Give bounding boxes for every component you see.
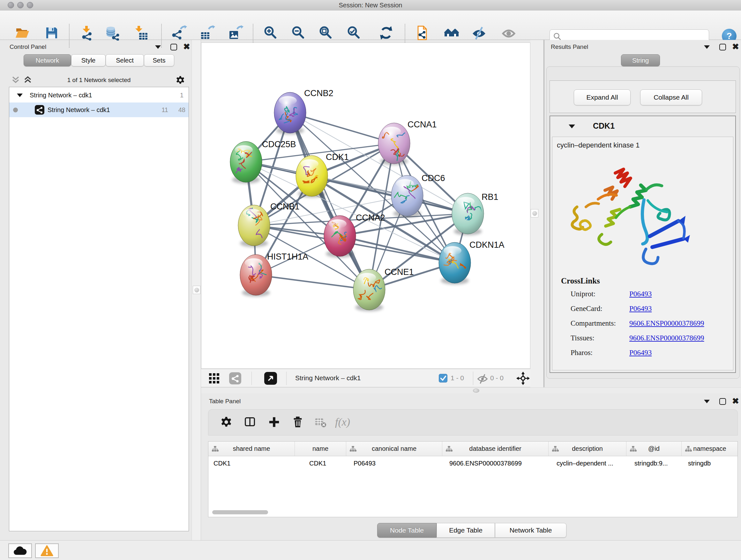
table-cell[interactable]: CDK1	[295, 456, 346, 470]
network-edge[interactable]	[256, 275, 369, 290]
tab-network-table[interactable]: Network Table	[495, 523, 566, 538]
birdseye-view-icon[interactable]	[209, 373, 219, 384]
zoom-selected-icon[interactable]	[346, 25, 361, 41]
network-node-CCNB2[interactable]	[274, 92, 306, 134]
node-label-HIST1H1A: HIST1H1A	[267, 252, 308, 261]
tab-sets[interactable]: Sets	[144, 54, 174, 66]
show-columns-icon[interactable]	[244, 416, 257, 429]
table-panel-float-button[interactable]	[719, 398, 726, 405]
network-panel-gear-icon[interactable]	[176, 75, 185, 85]
delete-table-icon[interactable]	[314, 416, 327, 429]
export-image-icon[interactable]	[228, 25, 244, 41]
collapse-all-button[interactable]: Collapse All	[640, 89, 702, 105]
column-header-name[interactable]: name	[295, 442, 346, 456]
open-file-icon[interactable]	[15, 25, 30, 41]
network-graph[interactable]: CCNB2CCNA1CDC25BCDK1CDC6RB1CCNB1CCNA2CDK…	[201, 43, 530, 368]
table-cell[interactable]: stringdb:9...	[626, 456, 682, 470]
add-column-icon[interactable]	[268, 416, 281, 429]
entry-collapse-icon[interactable]	[569, 125, 575, 128]
expand-all-tree-icon[interactable]	[23, 76, 32, 84]
selected-count-checkbox[interactable]	[439, 374, 448, 382]
results-panel-close-button[interactable]: ✖	[732, 43, 739, 50]
crosslink-value-link[interactable]: P06493	[629, 349, 652, 357]
column-header-description[interactable]: description	[549, 442, 626, 456]
table-panel-menu-icon[interactable]	[704, 400, 710, 403]
column-header--id[interactable]: @id	[626, 442, 682, 456]
export-network-icon[interactable]	[172, 25, 187, 41]
warnings-button[interactable]	[35, 543, 59, 558]
table-panel-close-button[interactable]: ✖	[732, 397, 739, 405]
right-splitter[interactable]	[530, 40, 544, 393]
tab-select[interactable]: Select	[106, 54, 144, 66]
network-from-file-icon[interactable]	[415, 25, 430, 41]
first-neighbors-icon[interactable]	[444, 25, 459, 41]
export-table-icon[interactable]	[200, 25, 215, 41]
function-builder-icon[interactable]: f(x)	[335, 416, 348, 429]
import-network-database-icon[interactable]	[105, 25, 120, 41]
entry-gene-name: CDK1	[593, 121, 615, 131]
cloud-icon	[13, 546, 27, 556]
results-panel-menu-icon[interactable]	[704, 45, 710, 49]
network-edge[interactable]	[340, 236, 455, 263]
network-canvas[interactable]: CCNB2CCNA1CDC25BCDK1CDC6RB1CCNB1CCNA2CDK…	[201, 43, 530, 369]
column-header-canonical-name[interactable]: canonical name	[346, 442, 442, 456]
network-overview-icon[interactable]	[229, 372, 241, 384]
collection-expander-icon[interactable]	[17, 94, 23, 97]
network-node-RB1[interactable]	[452, 193, 484, 235]
node-label-CCNE1: CCNE1	[385, 267, 414, 277]
network-node-CDK1[interactable]	[296, 155, 328, 198]
horizontal-splitter[interactable]	[201, 387, 741, 393]
tab-edge-table[interactable]: Edge Table	[436, 523, 495, 538]
hide-selected-icon[interactable]	[471, 25, 487, 41]
table-cell[interactable]: CDK1	[208, 456, 295, 470]
tab-string[interactable]: String	[621, 54, 660, 66]
crosslink-value-link[interactable]: P06493	[629, 305, 652, 313]
delete-column-icon[interactable]	[292, 416, 305, 429]
node-table[interactable]: shared namenamecanonical namedatabase id…	[208, 441, 738, 517]
crosslink-value-link[interactable]: 9606.ENSP00000378699	[629, 319, 704, 327]
table-settings-icon[interactable]	[220, 416, 233, 429]
show-all-icon[interactable]	[501, 25, 516, 41]
left-splitter-handle[interactable]	[193, 286, 200, 294]
import-table-icon[interactable]	[133, 25, 149, 41]
save-session-icon[interactable]	[44, 25, 59, 41]
zoom-out-icon[interactable]	[290, 25, 306, 41]
network-node-CCNB1[interactable]	[238, 205, 270, 247]
cloud-status-button[interactable]	[8, 543, 32, 558]
table-row[interactable]: CDK1CDK1P064939606.ENSP00000378699cyclin…	[208, 456, 738, 470]
expand-all-button[interactable]: Expand All	[574, 89, 630, 105]
pan-crosshair-icon[interactable]	[516, 372, 530, 385]
network-collection-row[interactable]: String Network – cdk1 1	[9, 88, 189, 103]
crosslink-value-link[interactable]: P06493	[629, 290, 652, 298]
horizontal-splitter-handle[interactable]	[473, 388, 479, 393]
table-cell[interactable]: 9606.ENSP00000378699	[442, 456, 549, 470]
network-row-selected[interactable]: String Network – cdk1 11 48	[9, 103, 189, 117]
zoom-fit-icon[interactable]	[318, 25, 333, 41]
tab-style[interactable]: Style	[71, 54, 106, 66]
tab-node-table[interactable]: Node Table	[377, 523, 436, 538]
table-cell[interactable]: cyclin–dependent ...	[549, 456, 626, 470]
control-panel-close-button[interactable]: ✖	[183, 43, 190, 50]
tab-network[interactable]: Network	[23, 54, 71, 66]
table-horizontal-scrollbar[interactable]	[212, 510, 268, 514]
network-node-CDKN1A[interactable]	[439, 242, 471, 285]
table-cell[interactable]: P06493	[346, 456, 442, 470]
results-panel-float-button[interactable]	[719, 44, 726, 51]
table-cell[interactable]: stringdb	[682, 456, 738, 470]
column-header-namespace[interactable]: namespace	[682, 442, 738, 456]
column-header-database-identifier[interactable]: database identifier	[442, 442, 549, 456]
control-panel-float-button[interactable]	[171, 44, 177, 51]
network-edge[interactable]	[290, 113, 369, 290]
network-node-CCNE1[interactable]	[353, 269, 385, 311]
column-header-shared-name[interactable]: shared name	[208, 442, 295, 456]
right-splitter-handle[interactable]	[531, 209, 538, 217]
open-view-in-window-icon[interactable]	[264, 372, 277, 385]
import-network-file-icon[interactable]	[80, 25, 95, 41]
control-panel-menu-icon[interactable]	[155, 45, 161, 49]
network-node-CDC25B[interactable]	[230, 141, 262, 184]
collapse-all-tree-icon[interactable]	[11, 76, 20, 84]
apply-layout-icon[interactable]	[379, 25, 394, 41]
left-splitter[interactable]	[192, 40, 201, 540]
crosslink-value-link[interactable]: 9606.ENSP00000378699	[629, 334, 704, 342]
zoom-in-icon[interactable]	[263, 25, 278, 41]
